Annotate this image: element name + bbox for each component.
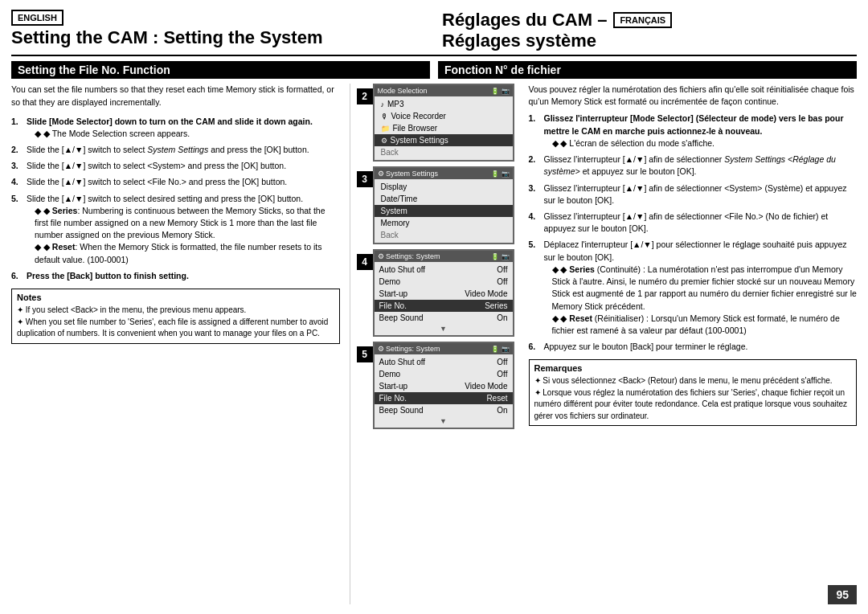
- intro-en: You can set the file numbers so that the…: [11, 84, 340, 109]
- screen-4-header: ⚙ Settings: System 🔋 📷: [375, 251, 513, 262]
- step-fr-6: 6. Appuyez sur le bouton [Back] pour ter…: [529, 341, 858, 353]
- section-header-en: Setting the File No. Function: [11, 61, 430, 79]
- screen-3-header: ⚙ System Settings 🔋 📷: [375, 168, 513, 179]
- section-header-row: Setting the File No. Function Fonction N…: [11, 61, 857, 79]
- page: ENGLISH Setting the CAM : Setting the Sy…: [0, 0, 868, 614]
- screen-item-selected: ⚙ System Settings: [375, 134, 513, 146]
- step-fr-5: 5. Déplacez l'interrupteur [▲/▼] pour sé…: [529, 239, 858, 337]
- notes-title: Notes: [17, 293, 334, 302]
- title-en: Setting the CAM : Setting the System: [11, 27, 426, 48]
- step-en-3: 3. Slide the [▲/▼] switch to select <Sys…: [11, 160, 340, 172]
- intro-fr: Vous pouvez régler la numérotation des f…: [529, 84, 858, 108]
- remarques-box: Remarques ✦ Si vous sélectionnez <Back> …: [529, 359, 858, 426]
- screen-row-beep: Beep SoundOn: [375, 404, 513, 416]
- screen-row: Start-upVideo Mode: [375, 288, 513, 300]
- screen-3-body: Display Date/Time System Memory Back: [375, 179, 513, 243]
- screen-row-fileno-reset: File No.Reset: [375, 392, 513, 404]
- screen-item: Date/Time: [375, 193, 513, 205]
- header-right: Réglages du CAM – FRANÇAIS Réglages syst…: [426, 10, 857, 51]
- step-en-6: 6. Press the [Back] button to finish set…: [11, 270, 340, 282]
- screen-row-beep: Beep SoundOn: [375, 312, 513, 324]
- main-divider: [11, 55, 857, 56]
- screen-row: Start-upVideo Mode: [375, 380, 513, 392]
- screen-4-body: Auto Shut offOff DemoOff Start-upVideo M…: [375, 262, 513, 335]
- screen-item-memory: Memory: [375, 217, 513, 229]
- step-en-2: 2. Slide the [▲/▼] switch to select Syst…: [11, 144, 340, 156]
- step-fr-3: 3. Glissez l'interrupteur [▲/▼] afin de …: [529, 182, 858, 207]
- lang-badge-fr: FRANÇAIS: [613, 12, 672, 28]
- screen-num-5: 5: [357, 346, 373, 362]
- step-en-5: 5. Slide the [▲/▼] switch to select desi…: [11, 193, 340, 266]
- screen-5-header: ⚙ Settings: System 🔋 📷: [375, 343, 513, 354]
- screen-5: 5 ⚙ Settings: System 🔋 📷 Auto Shut offOf…: [373, 342, 514, 429]
- left-col: You can set the file numbers so that the…: [11, 84, 350, 604]
- screen-row: Auto Shut offOff: [375, 356, 513, 368]
- screen-item: 📁 File Browser: [375, 122, 513, 134]
- screen-2: 2 Mode Selection 🔋 📷 ♪ MP3 🎙 Voice Recor…: [373, 84, 514, 162]
- screen-4: 4 ⚙ Settings: System 🔋 📷 Auto Shut offOf…: [373, 249, 514, 337]
- title-fr-line1: Réglages du CAM –: [442, 10, 607, 31]
- screen-row-fileno: File No.Series: [375, 300, 513, 312]
- screen-3: 3 ⚙ System Settings 🔋 📷 Display Date/Tim…: [373, 166, 514, 244]
- notes-content: ✦ If you select <Back> in the menu, the …: [17, 305, 334, 340]
- screen-num-2: 2: [357, 88, 373, 104]
- screen-row: DemoOff: [375, 276, 513, 288]
- notes-box: Notes ✦ If you select <Back> in the menu…: [11, 289, 340, 344]
- lang-badge-en: ENGLISH: [11, 10, 63, 26]
- screen-2-header: Mode Selection 🔋 📷: [375, 85, 513, 96]
- remarques-title: Remarques: [534, 363, 852, 373]
- main-layout: You can set the file numbers so that the…: [11, 84, 857, 604]
- title-fr-line2: Réglages système: [442, 31, 596, 51]
- screen-back: Back: [375, 146, 513, 158]
- screen-num-4: 4: [357, 254, 373, 270]
- step-en-1: 1. Slide [Mode Selector] down to turn on…: [11, 116, 340, 140]
- step-en-4: 4. Slide the [▲/▼] switch to select <Fil…: [11, 176, 340, 188]
- step-fr-2: 2. Glissez l'interrupteur [▲/▼] afin de …: [529, 154, 858, 178]
- page-number: 95: [828, 585, 857, 604]
- screen-item: 🎙 Voice Recorder: [375, 110, 513, 122]
- center-col: 2 Mode Selection 🔋 📷 ♪ MP3 🎙 Voice Recor…: [350, 84, 519, 604]
- screen-5-body: Auto Shut offOff DemoOff Start-upVideo M…: [375, 354, 513, 428]
- right-col: Vous pouvez régler la numérotation des f…: [519, 84, 858, 604]
- screen-row: Auto Shut offOff: [375, 264, 513, 276]
- step-fr-4: 4. Glissez l'interrupteur [▲/▼] afin de …: [529, 211, 858, 235]
- screen-row: DemoOff: [375, 368, 513, 380]
- screen-num-3: 3: [357, 171, 373, 187]
- section-header-fr: Fonction N° de fichier: [438, 61, 857, 79]
- header-row: ENGLISH Setting the CAM : Setting the Sy…: [11, 10, 857, 51]
- screen-item: Display: [375, 181, 513, 193]
- screen-item-selected: System: [375, 205, 513, 217]
- screen-2-body: ♪ MP3 🎙 Voice Recorder 📁 File Browser ⚙ …: [375, 96, 513, 160]
- step-fr-1: 1. Glissez l'interrupteur [Mode Selector…: [529, 113, 858, 149]
- remarques-content: ✦ Si vous sélectionnez <Back> (Retour) d…: [534, 375, 852, 422]
- screen-item: ♪ MP3: [375, 98, 513, 110]
- screen-back: Back: [375, 229, 513, 241]
